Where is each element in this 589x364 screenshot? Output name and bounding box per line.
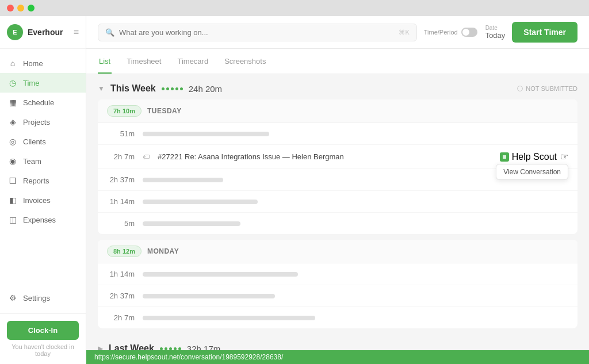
last-week-total: 32h 17m [187, 344, 220, 351]
app-logo: E Everhour [7, 24, 63, 40]
sidebar-item-time[interactable]: ◷ Time [0, 73, 86, 93]
sidebar-item-label: Projects [23, 118, 50, 127]
sidebar-item-label: Time [23, 79, 39, 87]
monday-duration-badge: 8h 12m [107, 246, 141, 257]
date-label: Date [485, 25, 506, 31]
sidebar-item-expenses[interactable]: ◫ Expenses [0, 210, 86, 229]
sidebar-item-label: Team [23, 157, 41, 166]
this-week-header[interactable]: ▼ This Week 24h 20m NOT SUBMITTED [98, 74, 577, 99]
time-entry: 2h 7m [98, 307, 577, 328]
minimize-button[interactable] [17, 5, 24, 12]
sidebar-item-settings[interactable]: ⚙ Settings [8, 288, 78, 308]
tab-timecard[interactable]: Timecard [176, 49, 209, 74]
entry-duration: 2h 37m [107, 175, 135, 184]
chevron-down-icon: ▼ [98, 85, 105, 93]
day-header-monday: 8h 12m MONDAY [98, 240, 577, 263]
sidebar: E Everhour ≡ ⌂ Home ◷ Time ▦ Schedule ◈ … [0, 16, 86, 364]
dots-indicator [162, 87, 183, 90]
entry-bar-container [143, 132, 568, 136]
entry-bar [143, 294, 275, 298]
sidebar-item-schedule[interactable]: ▦ Schedule [0, 93, 86, 112]
day-group-tuesday: 7h 10m TUESDAY 51m 2h 7m 🏷 #27221 Re: As… [98, 99, 577, 234]
date-box: Date Today [485, 25, 506, 40]
last-week-title: Last Week [109, 343, 154, 350]
sidebar-item-clients[interactable]: ◎ Clients [0, 132, 86, 151]
sidebar-header: E Everhour ≡ [0, 16, 86, 49]
entry-duration: 1h 14m [107, 270, 135, 278]
sidebar-item-label: Invoices [23, 196, 51, 205]
app-name: Everhour [28, 28, 63, 37]
start-timer-button[interactable]: Start Timer [512, 22, 577, 43]
entry-duration: 2h 37m [107, 292, 135, 300]
search-box: 🔍 ⌘K [98, 24, 417, 41]
sidebar-toggle-icon[interactable]: ≡ [74, 27, 79, 37]
tuesday-label: TUESDAY [147, 107, 182, 115]
reports-icon: ❑ [8, 176, 17, 185]
time-period-label: Time/Period [424, 29, 458, 36]
clients-icon: ◎ [8, 137, 17, 146]
projects-icon: ◈ [8, 117, 17, 127]
tabs-bar: List Timesheet Timecard Screenshots [86, 49, 589, 74]
expenses-icon: ◫ [8, 215, 17, 224]
entry-bar [143, 132, 269, 136]
search-shortcut: ⌘K [399, 29, 409, 36]
sidebar-item-label: Home [23, 59, 43, 68]
sidebar-item-label: Expenses [23, 216, 56, 224]
main-area: 🔍 ⌘K Time/Period Date Today Start Timer … [86, 16, 589, 364]
time-entry: 5m [98, 213, 577, 234]
help-scout-icon [500, 152, 509, 162]
tab-list[interactable]: List [98, 49, 112, 74]
tab-timesheet[interactable]: Timesheet [125, 49, 162, 74]
invoices-icon: ◧ [8, 196, 17, 205]
sidebar-item-label: Clients [23, 137, 46, 146]
time-period-group: Time/Period [424, 28, 477, 37]
logo-icon: E [7, 24, 23, 40]
day-header-tuesday: 7h 10m TUESDAY [98, 99, 577, 123]
last-week-header[interactable]: ▶ Last Week 32h 17m [98, 334, 577, 350]
help-scout-label[interactable]: Help Scout ☞ View Conversation [500, 151, 568, 162]
entry-duration: 51m [107, 129, 135, 138]
this-week-total: 24h 20m [189, 84, 222, 94]
schedule-icon: ▦ [8, 98, 17, 107]
entry-duration: 5m [107, 219, 135, 228]
time-entry: 1h 14m [98, 263, 577, 285]
status-text: NOT SUBMITTED [526, 85, 577, 92]
entry-bar-container [143, 316, 568, 320]
statusbar: https://secure.helpscout.net/conversatio… [86, 350, 589, 364]
submission-status: NOT SUBMITTED [517, 85, 577, 92]
settings-icon: ⚙ [8, 293, 17, 302]
sidebar-item-label: Schedule [23, 98, 54, 107]
clock-in-button[interactable]: Clock-In [7, 321, 79, 340]
topbar: 🔍 ⌘K Time/Period Date Today Start Timer [86, 16, 589, 49]
entry-bar [143, 200, 258, 204]
sidebar-item-projects[interactable]: ◈ Projects [0, 112, 86, 132]
time-entry: 51m [98, 123, 577, 145]
day-group-monday: 8h 12m MONDAY 1h 14m 2h 37m 2h 7m [98, 240, 577, 328]
content-area: ▼ This Week 24h 20m NOT SUBMITTED 7h 10m… [86, 74, 589, 350]
time-icon: ◷ [8, 78, 17, 87]
clock-in-hint: You haven't clocked in today [7, 343, 79, 357]
view-conversation-tooltip[interactable]: View Conversation [496, 164, 568, 180]
date-value: Today [485, 31, 506, 40]
sidebar-item-reports[interactable]: ❑ Reports [0, 171, 86, 190]
sidebar-item-team[interactable]: ◉ Team [0, 151, 86, 171]
tab-screenshots[interactable]: Screenshots [223, 49, 267, 74]
fullscreen-button[interactable] [28, 5, 35, 12]
tuesday-duration-badge: 7h 10m [107, 105, 141, 117]
clock-in-section: Clock-In You haven't clocked in today [0, 313, 86, 364]
this-week-title: This Week [110, 83, 156, 94]
team-icon: ◉ [8, 156, 17, 166]
time-period-toggle[interactable] [461, 28, 477, 37]
entry-bar [143, 221, 240, 226]
sidebar-item-invoices[interactable]: ◧ Invoices [0, 190, 86, 210]
entry-bar-container [143, 200, 568, 204]
sidebar-item-label: Reports [23, 177, 49, 185]
sidebar-item-home[interactable]: ⌂ Home [0, 53, 86, 73]
sidebar-item-label: Settings [23, 294, 50, 302]
status-circle-icon [517, 86, 523, 91]
close-button[interactable] [7, 5, 14, 12]
entry-bar [143, 272, 298, 277]
search-input[interactable] [119, 28, 394, 37]
dots-indicator [160, 347, 181, 350]
sidebar-nav: ⌂ Home ◷ Time ▦ Schedule ◈ Projects ◎ Cl… [0, 49, 86, 285]
